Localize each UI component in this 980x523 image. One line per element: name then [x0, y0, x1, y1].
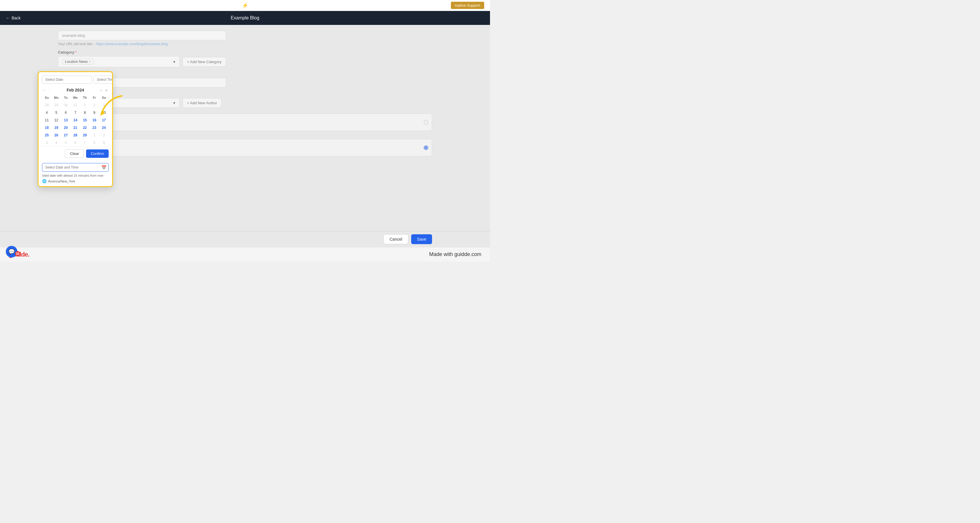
author-dropdown-icon: ▾ — [173, 101, 175, 105]
keywords-section: Add Keywords Select one — [58, 72, 432, 87]
table-row[interactable]: 9 — [89, 109, 99, 116]
notification-badge: 56 — [15, 251, 20, 256]
category-select[interactable]: Location News × ▾ — [58, 56, 180, 67]
table-row[interactable]: 16 — [89, 117, 99, 124]
weekday-we: We — [71, 95, 80, 100]
nav-bar: ← Back Example Blog — [0, 11, 490, 25]
table-row[interactable]: 22 — [80, 124, 89, 131]
table-row[interactable]: 7 — [71, 109, 80, 116]
cal-header-inputs — [38, 72, 112, 86]
weekday-su: Su — [42, 95, 52, 100]
content-hint: tags and keywords — [58, 133, 432, 137]
cal-prev-month-button[interactable]: ‹ — [48, 87, 52, 93]
cal-date-input[interactable] — [42, 76, 92, 84]
table-row[interactable]: 5 — [52, 109, 61, 116]
table-row[interactable]: 15 — [80, 117, 89, 124]
calendar-overlay: « ‹ Feb 2024 › » Su Mo Tu We Th Fr Sa — [38, 71, 113, 187]
table-row[interactable]: 26 — [52, 132, 61, 139]
table-row[interactable]: 9 — [99, 139, 109, 146]
content-block-2 — [58, 139, 432, 156]
table-row[interactable]: 19 — [52, 124, 61, 131]
keywords-label: Add Keywords — [58, 72, 432, 76]
add-category-button[interactable]: + Add New Category — [183, 57, 226, 67]
table-row[interactable]: 30 — [61, 101, 71, 109]
bottom-action-bar: Cancel Save — [0, 231, 490, 247]
back-button[interactable]: ← Back — [6, 16, 21, 20]
timezone-label: America/New_York — [48, 179, 75, 183]
table-row[interactable]: 28 — [42, 101, 52, 109]
calendar-icon: 📅 — [102, 165, 107, 170]
cal-footer: Clear Confirm — [38, 146, 112, 161]
table-row[interactable]: 14 — [71, 117, 80, 124]
table-row[interactable]: 1 — [80, 101, 89, 109]
table-row[interactable]: 12 — [52, 117, 61, 124]
support-button[interactable]: topline Support — [451, 2, 484, 9]
table-row[interactable]: 18 — [42, 124, 52, 131]
table-row[interactable]: 6 — [61, 109, 71, 116]
valid-hint: Valid date with atleast 15 minutes from … — [38, 173, 112, 179]
table-row[interactable]: 4 — [52, 139, 61, 146]
top-bar: ⚡ topline Support — [0, 0, 490, 11]
globe-icon: 🌐 — [42, 179, 47, 183]
radio-checked — [424, 145, 428, 150]
cal-month-title: Feb 2024 — [52, 88, 98, 92]
datetime-input[interactable] — [42, 163, 109, 172]
table-row[interactable]: 24 — [99, 124, 109, 131]
save-button[interactable]: Save — [411, 234, 432, 244]
table-row[interactable]: 2 — [89, 101, 99, 109]
table-row[interactable]: 27 — [61, 132, 71, 139]
cal-prev-year-button[interactable]: « — [42, 87, 47, 93]
confirm-button[interactable]: Confirm — [86, 149, 109, 158]
url-bar: example-blog — [58, 31, 226, 40]
weekday-tu: Tu — [61, 95, 71, 100]
table-row[interactable]: 31 — [71, 101, 80, 109]
top-bar-center: ⚡ — [242, 2, 248, 9]
back-arrow-icon: ← — [6, 16, 10, 20]
weekday-fr: Fr — [89, 95, 99, 100]
table-row[interactable]: 11 — [42, 117, 52, 124]
calendar-popup: « ‹ Feb 2024 › » Su Mo Tu We Th Fr Sa — [38, 71, 113, 187]
table-row[interactable]: 8 — [80, 109, 89, 116]
back-label: Back — [11, 16, 21, 20]
footer: guidde. Made with guidde.com — [0, 247, 490, 262]
url-hint: Your URL will look like: - https://www.e… — [58, 42, 432, 46]
table-row[interactable]: 1 — [89, 132, 99, 139]
table-row[interactable]: 20 — [61, 124, 71, 131]
main-content: example-blog Your URL will look like: - … — [0, 25, 490, 247]
datetime-input-wrapper: 📅 — [42, 163, 109, 172]
timezone-row: 🌐 America/New_York — [38, 179, 112, 186]
table-row[interactable]: 13 — [61, 117, 71, 124]
table-row[interactable]: 7 — [80, 139, 89, 146]
clear-button[interactable]: Clear — [65, 149, 84, 158]
category-dropdown-icon: ▾ — [173, 60, 175, 64]
page-title: Example Blog — [231, 15, 259, 21]
weekday-mo: Mo — [52, 95, 61, 100]
category-remove-icon[interactable]: × — [89, 60, 91, 64]
table-row[interactable]: 2 — [99, 132, 109, 139]
cancel-button[interactable]: Cancel — [383, 234, 408, 244]
notification-wrapper: 💬 56 — [6, 246, 18, 257]
add-author-button[interactable]: + Add New Author — [183, 98, 221, 108]
table-row[interactable]: 4 — [42, 109, 52, 116]
table-row[interactable]: 28 — [71, 132, 80, 139]
made-with-text: Made with guidde.com — [429, 251, 481, 257]
table-row[interactable]: 21 — [71, 124, 80, 131]
table-row[interactable]: 29 — [80, 132, 89, 139]
weekday-th: Th — [80, 95, 89, 100]
arrow-annotation — [99, 90, 133, 120]
table-row[interactable]: 5 — [61, 139, 71, 146]
url-link[interactable]: https://www.example.com/blog/b/example-b… — [96, 42, 168, 46]
table-row[interactable]: 6 — [71, 139, 80, 146]
table-row[interactable]: 25 — [42, 132, 52, 139]
datetime-input-row: 📅 — [38, 161, 112, 173]
radio-unchecked — [424, 120, 428, 125]
table-row[interactable]: 29 — [52, 101, 61, 109]
cal-time-input[interactable] — [94, 76, 113, 84]
category-row: Location News × ▾ + Add New Category — [58, 56, 432, 67]
category-tag: Location News × — [62, 59, 94, 65]
table-row[interactable]: 8 — [89, 139, 99, 146]
table-row[interactable]: 23 — [89, 124, 99, 131]
category-label: Category* — [58, 50, 432, 54]
table-row[interactable]: 3 — [42, 139, 52, 146]
lightning-icon: ⚡ — [242, 2, 248, 9]
